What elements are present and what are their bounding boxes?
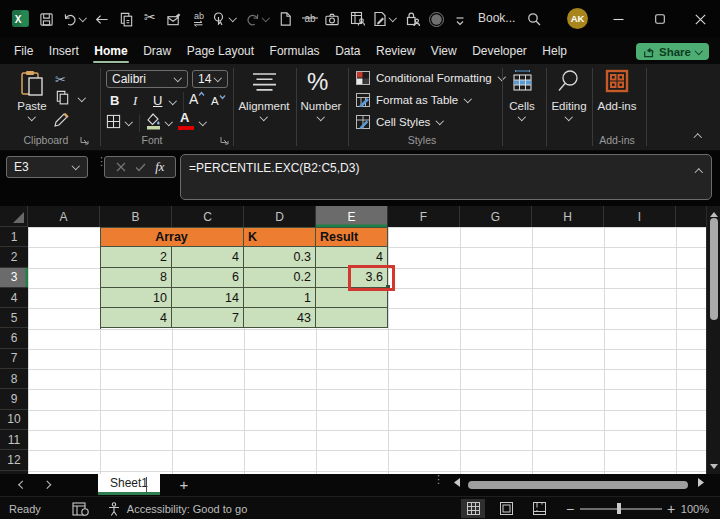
clipboard-dialog-launcher[interactable] — [80, 136, 89, 145]
accessibility-status[interactable]: Accessibility: Good to go — [108, 502, 247, 516]
column-header-B[interactable]: B — [100, 206, 172, 227]
cell-C2[interactable]: 4 — [172, 247, 244, 267]
tab-view[interactable]: View — [430, 41, 458, 61]
zoom-slider-track[interactable] — [580, 508, 662, 510]
column-header-C[interactable]: C — [172, 206, 244, 227]
underline-chevron[interactable] — [169, 98, 177, 106]
table-header-array[interactable]: Array — [100, 227, 244, 247]
vertical-scroll-thumb[interactable] — [710, 218, 718, 320]
macro-record-icon[interactable] — [72, 502, 89, 516]
undo-icon[interactable] — [62, 10, 78, 28]
collapse-ribbon-chevron[interactable] — [694, 132, 702, 140]
email-edit-icon[interactable] — [166, 10, 182, 28]
cut-icon[interactable]: ✂ — [144, 8, 156, 26]
horizontal-scrollbar[interactable] — [452, 474, 714, 496]
prev-sheet-arrow[interactable] — [13, 477, 29, 493]
insert-function-icon[interactable]: fx — [155, 160, 164, 175]
cut-button[interactable]: ✂ — [55, 72, 66, 87]
account-avatar[interactable]: AK — [567, 8, 588, 29]
underline-button[interactable]: U — [153, 93, 162, 108]
cell-C4[interactable]: 14 — [172, 288, 244, 308]
tab-review[interactable]: Review — [375, 41, 416, 61]
shrink-font-button[interactable]: A — [211, 94, 226, 107]
qat-overflow-icon[interactable] — [453, 13, 467, 31]
tab-formulas[interactable]: Formulas — [269, 41, 321, 61]
tab-file[interactable]: File — [13, 41, 34, 61]
tab-home[interactable]: Home — [93, 41, 128, 61]
find-replace-icon[interactable]: ab — [191, 10, 207, 28]
formula-input[interactable]: =PERCENTILE.EXC(B2:C5,D3) — [180, 154, 712, 200]
scroll-right-arrow[interactable] — [698, 478, 704, 487]
edit-document-chevron[interactable] — [389, 15, 397, 33]
tab-scroll-handle[interactable]: ⋮ — [433, 477, 444, 482]
grow-font-button[interactable]: A — [189, 91, 205, 107]
redo-icon[interactable] — [245, 10, 261, 28]
tab-developer[interactable]: Developer — [471, 41, 528, 61]
cancel-icon[interactable] — [116, 162, 126, 172]
column-header-I[interactable]: I — [604, 206, 676, 227]
column-header-D[interactable]: D — [244, 206, 316, 227]
fill-color-chevron[interactable] — [165, 119, 173, 127]
copy-button[interactable] — [55, 90, 70, 105]
scroll-left-arrow[interactable] — [454, 478, 460, 487]
zoom-level[interactable]: 100% — [681, 503, 709, 515]
tab-draw[interactable]: Draw — [142, 41, 172, 61]
share-button[interactable]: Share — [636, 43, 709, 60]
page-layout-view-button[interactable] — [494, 499, 518, 518]
collapse-formula-bar-chevron[interactable] — [695, 167, 703, 175]
camera-icon[interactable] — [324, 10, 340, 28]
row-header-1[interactable]: 1 — [0, 227, 28, 247]
zoom-slider-thumb[interactable] — [617, 503, 621, 514]
row-header-10[interactable]: 10 — [0, 410, 28, 430]
font-dialog-launcher[interactable] — [220, 136, 229, 145]
scroll-down-arrow[interactable] — [707, 459, 720, 473]
status-mode[interactable]: Ready — [9, 503, 41, 515]
font-size-select[interactable]: 14 — [192, 70, 228, 88]
row-header-6[interactable]: 6 — [0, 329, 28, 349]
format-painter-button[interactable] — [54, 112, 71, 128]
search-icon[interactable] — [526, 10, 542, 28]
cell-D3[interactable]: 0.2 — [244, 268, 316, 288]
tab-page-layout[interactable]: Page Layout — [186, 41, 255, 61]
edit-document-icon[interactable] — [372, 10, 388, 28]
zoom-in-button[interactable]: + — [663, 497, 679, 519]
save-icon[interactable] — [39, 10, 54, 28]
enter-icon[interactable] — [135, 163, 146, 172]
maximize-button[interactable] — [638, 0, 682, 38]
touch-mode-chevron[interactable] — [229, 15, 237, 33]
row-header-9[interactable]: 9 — [0, 389, 28, 409]
column-header-G[interactable]: G — [460, 206, 532, 227]
bold-button[interactable]: B — [110, 93, 119, 108]
normal-view-button[interactable] — [461, 499, 485, 518]
cell-C3[interactable]: 6 — [172, 268, 244, 288]
column-header-F[interactable]: F — [388, 206, 460, 227]
row-header-3[interactable]: 3 — [0, 268, 28, 288]
horizontal-scroll-thumb[interactable] — [468, 481, 688, 489]
cell-styles-button[interactable]: Cell Styles — [356, 115, 444, 129]
row-header-4[interactable]: 4 — [0, 288, 28, 308]
cell-C5[interactable]: 7 — [172, 308, 244, 328]
fill-color-button[interactable] — [145, 112, 162, 130]
italic-button[interactable]: I — [133, 93, 137, 109]
select-all-corner[interactable] — [0, 206, 28, 227]
table-header-k[interactable]: K — [244, 227, 316, 247]
tab-help[interactable]: Help — [541, 41, 568, 61]
record-icon[interactable] — [428, 10, 445, 28]
redo-dropdown-chevron[interactable] — [262, 15, 270, 33]
cell-D5[interactable]: 43 — [244, 308, 316, 328]
row-header-2[interactable]: 2 — [0, 247, 28, 267]
borders-chevron[interactable] — [125, 119, 133, 127]
minimize-button[interactable] — [596, 0, 640, 38]
column-header-A[interactable]: A — [28, 206, 100, 227]
row-header-12[interactable]: 12 — [0, 450, 28, 470]
cell-B3[interactable]: 8 — [100, 268, 172, 288]
tab-insert[interactable]: Insert — [48, 41, 80, 61]
strikethrough-icon[interactable]: ab — [301, 9, 319, 27]
share-workbook-icon[interactable] — [350, 10, 366, 28]
touch-mode-icon[interactable] — [211, 10, 227, 28]
copy-icon[interactable] — [119, 10, 134, 28]
column-header-H[interactable]: H — [532, 206, 604, 227]
page-break-view-button[interactable] — [527, 499, 551, 518]
add-sheet-button[interactable]: + — [176, 476, 192, 492]
vertical-scrollbar[interactable] — [706, 206, 720, 474]
